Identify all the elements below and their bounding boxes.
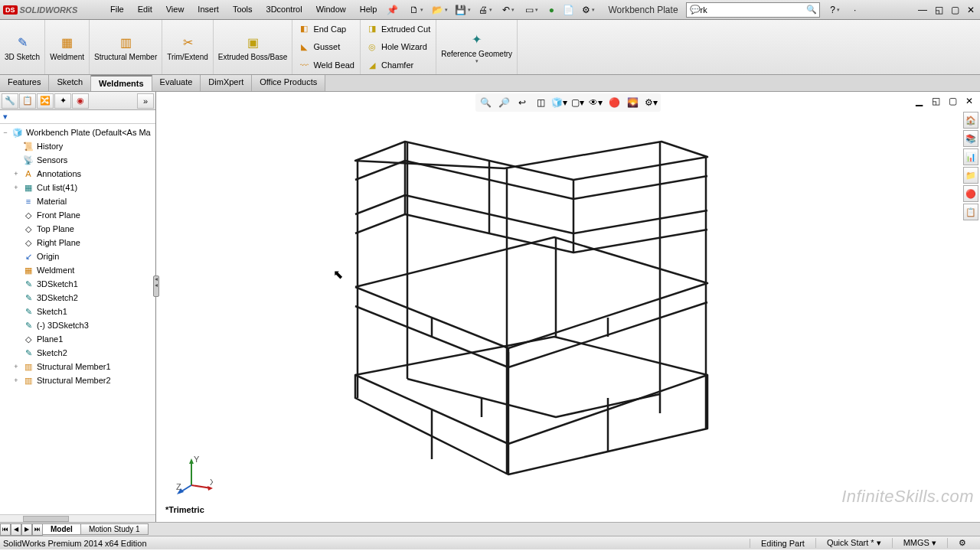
menu-pin-icon[interactable]: 📌	[384, 2, 400, 18]
collapse-icon[interactable]: −	[2, 129, 9, 136]
cmd-structural-member[interactable]: ▥ Structural Member	[90, 20, 162, 74]
maximize-icon[interactable]: ▢	[947, 2, 962, 18]
tp-resources-icon[interactable]: 🏠	[963, 112, 978, 129]
cmd-3d-sketch[interactable]: ✎ 3D Sketch	[0, 20, 45, 74]
fm-tab-feature-tree-icon[interactable]: 🔧	[2, 93, 18, 109]
tp-view-palette-icon[interactable]: 📁	[963, 167, 978, 184]
open-doc-icon[interactable]: 📂	[429, 2, 450, 18]
search-input[interactable]	[701, 5, 806, 15]
tab-evaluate[interactable]: Evaluate	[152, 75, 201, 91]
bottom-tab-motion[interactable]: Motion Study 1	[80, 523, 149, 535]
print-icon[interactable]: 🖨	[475, 2, 496, 18]
zoom-fit-icon[interactable]: 🔍	[477, 95, 494, 110]
select-icon[interactable]: ▭	[521, 2, 542, 18]
cmd-chamfer[interactable]: ◢Chamfer	[364, 57, 433, 73]
tab-nav-next-icon[interactable]: ▶	[21, 523, 32, 536]
tab-dimxpert[interactable]: DimXpert	[201, 75, 252, 91]
tp-appearances-icon[interactable]: 🔴	[963, 185, 978, 202]
fm-tab-config-icon[interactable]: 🔀	[37, 93, 54, 109]
doc-max-icon[interactable]: ▢	[945, 93, 960, 109]
graphics-area[interactable]: ◂◂ 🔍 🔎 ↩ ◫ 🧊▾ ▢▾ 👁▾ 🔴 🌄 ⚙▾ ▁ ◱ ▢ ✕ 🏠 📚 📊…	[156, 92, 980, 522]
tree-item[interactable]: ◇ Top Plane	[0, 222, 155, 236]
cmd-weldment[interactable]: ▦ Weldment	[45, 20, 90, 74]
tree-item[interactable]: ◇ Front Plane	[0, 208, 155, 222]
tree-item[interactable]: + ▥ Structural Member1	[0, 360, 155, 373]
rebuild-icon[interactable]: ●	[544, 2, 559, 18]
help-icon[interactable]: ?	[825, 2, 846, 18]
cmd-hole-wizard[interactable]: ◎Hole Wizard	[364, 39, 433, 54]
fm-tab-property-icon[interactable]: 📋	[19, 93, 36, 109]
tree-item[interactable]: ✎ (-) 3DSketch3	[0, 318, 155, 332]
minimize-icon[interactable]: —	[915, 2, 930, 18]
tree-root[interactable]: − 🧊 Workbench Plate (Default<As Ma	[0, 126, 155, 139]
menu-3dcontrol[interactable]: 3Dcontrol	[260, 2, 309, 18]
tab-nav-last-icon[interactable]: ⏭	[32, 523, 43, 536]
tree-item[interactable]: ≡ Material	[0, 194, 155, 208]
view-settings-icon[interactable]: ⚙▾	[642, 95, 659, 110]
new-doc-icon[interactable]: 🗋	[406, 2, 427, 18]
tree-item[interactable]: ✎ Sketch2	[0, 346, 155, 360]
apply-scene-icon[interactable]: 🌄	[624, 95, 641, 110]
tree-item[interactable]: ↙ Origin	[0, 249, 155, 263]
settings-icon[interactable]: ⚙	[577, 2, 599, 18]
fm-expand-icon[interactable]: »	[137, 93, 154, 109]
cmd-extruded-cut[interactable]: ◨Extruded Cut	[364, 21, 433, 37]
expand-icon[interactable]: +	[12, 170, 20, 178]
panel-splitter[interactable]: ◂◂	[153, 276, 159, 297]
menu-file[interactable]: File	[104, 2, 130, 18]
tree-item[interactable]: + ▦ Cut list(41)	[0, 181, 155, 194]
tp-file-explorer-icon[interactable]: 📊	[963, 148, 978, 165]
undo-icon[interactable]: ↶	[498, 2, 519, 18]
tree-item[interactable]: ◇ Right Plane	[0, 236, 155, 249]
menu-insert[interactable]: Insert	[191, 2, 225, 18]
edit-appearance-icon[interactable]: 🔴	[606, 95, 622, 110]
doc-min-icon[interactable]: ▁	[911, 93, 926, 109]
cmd-weld-bead[interactable]: 〰Weld Bead	[296, 57, 357, 73]
tree-item[interactable]: ✎ 3DSketch2	[0, 291, 155, 305]
expand-icon[interactable]: +	[12, 184, 20, 191]
tab-weldments[interactable]: Weldments	[91, 75, 152, 91]
bottom-tab-model[interactable]: Model	[42, 523, 81, 535]
save-icon[interactable]: 💾	[452, 2, 473, 18]
tp-custom-props-icon[interactable]: 📋	[963, 204, 978, 220]
scroll-thumb[interactable]	[23, 516, 69, 522]
tab-nav-first-icon[interactable]: ⏮	[0, 523, 11, 536]
options-icon[interactable]: 📄	[560, 2, 576, 18]
menu-tools[interactable]: Tools	[227, 2, 259, 18]
cmd-end-cap[interactable]: ◧End Cap	[296, 21, 357, 37]
cmd-gusset[interactable]: ◣Gusset	[296, 39, 357, 54]
view-orientation-icon[interactable]: 🧊▾	[550, 95, 567, 110]
section-view-icon[interactable]: ◫	[532, 95, 549, 110]
cmd-extruded-boss[interactable]: ▣ Extruded Boss/Base	[214, 20, 293, 74]
restore-icon[interactable]: ◱	[931, 2, 946, 18]
tab-office-products[interactable]: Office Products	[252, 75, 325, 91]
tree-item[interactable]: ✎ Sketch1	[0, 305, 155, 318]
menu-view[interactable]: View	[160, 2, 191, 18]
hide-show-icon[interactable]: 👁▾	[587, 95, 604, 110]
menu-window[interactable]: Window	[310, 2, 352, 18]
search-go-icon[interactable]: 🔍	[806, 5, 817, 15]
tree-item[interactable]: ▦ Weldment	[0, 263, 155, 277]
tree-item[interactable]: 📜 History	[0, 139, 155, 153]
menu-edit[interactable]: Edit	[132, 2, 158, 18]
fm-tab-dimxpert-icon[interactable]: ✦	[54, 93, 71, 109]
display-style-icon[interactable]: ▢▾	[569, 95, 586, 110]
cmd-reference-geometry[interactable]: ✦ Reference Geometry ▾	[436, 20, 518, 74]
menu-help[interactable]: Help	[354, 2, 384, 18]
tab-nav-prev-icon[interactable]: ◀	[11, 523, 21, 536]
fm-tab-display-icon[interactable]: ◉	[72, 93, 89, 109]
expand-icon[interactable]: +	[12, 363, 20, 370]
status-units[interactable]: MMGS ▾	[892, 538, 947, 548]
tree-item[interactable]: 📡 Sensors	[0, 153, 155, 167]
fm-filter-bar[interactable]: ▾	[0, 110, 155, 124]
doc-restore-icon[interactable]: ◱	[928, 93, 943, 109]
tree-item[interactable]: + A Annotations	[0, 167, 155, 181]
tree-hscrollbar[interactable]	[0, 514, 155, 522]
previous-view-icon[interactable]: ↩	[514, 95, 531, 110]
orientation-triad[interactable]: Y X Z	[175, 456, 213, 494]
cmd-trim-extend[interactable]: ✂ Trim/Extend	[162, 20, 214, 74]
tree-item[interactable]: + ▥ Structural Member2	[0, 373, 155, 387]
doc-close-icon[interactable]: ✕	[962, 93, 977, 109]
close-icon[interactable]: ✕	[963, 2, 978, 18]
tree-item[interactable]: ✎ 3DSketch1	[0, 277, 155, 291]
